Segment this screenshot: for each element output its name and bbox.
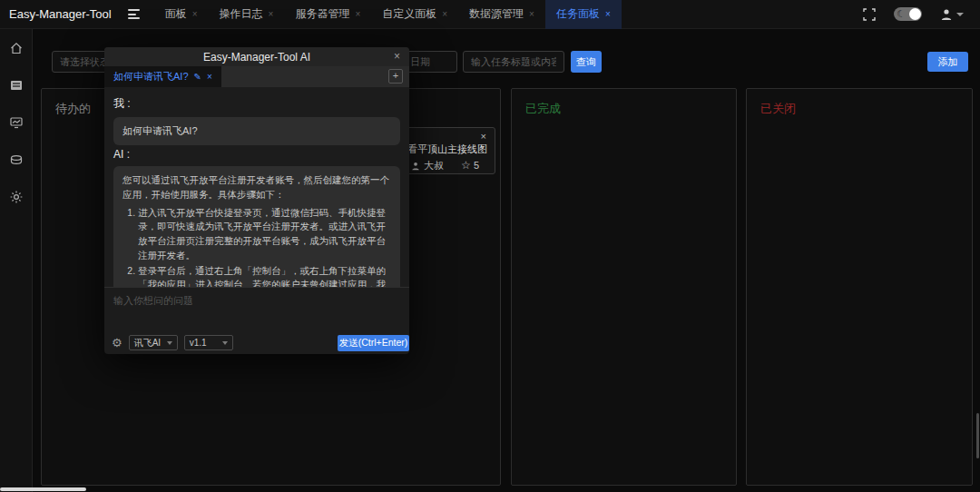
ai-message-label: AI :: [113, 148, 400, 161]
fullscreen-icon[interactable]: [863, 8, 876, 21]
ai-step: 登录平台后，通过右上角「控制台」，或右上角下拉菜单的「我的应用」进入控制台。若您…: [138, 264, 391, 288]
tab-close-icon[interactable]: ×: [192, 9, 198, 19]
tab-close-icon[interactable]: ×: [529, 9, 534, 19]
horizontal-scrollbar[interactable]: [0, 487, 86, 491]
add-task-button[interactable]: 添加: [927, 52, 968, 72]
tab-close-icon[interactable]: ×: [269, 9, 274, 19]
tab-datasource-management[interactable]: 数据源管理 ×: [458, 0, 545, 29]
user-message-bubble: 如何申请讯飞AI?: [113, 117, 400, 145]
left-sidebar: [0, 29, 33, 492]
top-bar: Easy-Manager-Tool 面板 × 操作日志 × 服务器管理 × 自定…: [0, 0, 980, 29]
chevron-down-icon: [222, 341, 228, 345]
column-closed: 已关闭: [746, 88, 973, 486]
star-icon: ☆: [461, 159, 471, 172]
home-icon[interactable]: [9, 41, 24, 55]
model-select[interactable]: 讯飞AI: [129, 335, 178, 350]
tab-operation-log[interactable]: 操作日志 ×: [209, 0, 285, 29]
chat-tab-bar: 如何申请讯飞AI? ✎ × +: [104, 66, 409, 87]
chat-footer: ⚙ 讯飞AI v1.1 发送(Ctrl+Enter): [104, 331, 409, 354]
task-search-input[interactable]: [471, 56, 556, 67]
version-select[interactable]: v1.1: [184, 335, 233, 350]
database-icon[interactable]: [9, 153, 24, 167]
user-avatar-icon: [940, 8, 953, 21]
edit-tab-icon[interactable]: ✎: [194, 72, 201, 82]
card-close-icon[interactable]: ×: [481, 131, 486, 142]
chat-history: 我 : 如何申请讯飞AI? AI : 您可以通过讯飞开放平台注册开发者账号，然后…: [104, 87, 409, 287]
chevron-down-icon: [167, 341, 172, 345]
card-star-rating[interactable]: ☆ 5: [461, 159, 479, 172]
tab-close-icon[interactable]: ×: [605, 9, 611, 19]
menu-toggle-icon[interactable]: [128, 9, 140, 19]
tab-close-icon[interactable]: ×: [355, 9, 360, 19]
moon-icon: ☾: [897, 7, 906, 21]
ai-assistant-modal: Easy-Manager-Tool AI × 如何申请讯飞AI? ✎ × + 我…: [104, 47, 409, 354]
chat-session-tab[interactable]: 如何申请讯飞AI? ✎ ×: [104, 66, 221, 87]
ai-answer-intro: 您可以通过讯飞开放平台注册开发者账号，然后创建您的第一个应用，开始使用服务。具体…: [122, 173, 391, 202]
modal-title: Easy-Manager-Tool AI: [203, 51, 310, 64]
tab-task-panel[interactable]: 任务面板 ×: [545, 0, 622, 29]
query-button[interactable]: 查询: [571, 51, 602, 73]
column-done: 已完成: [511, 88, 737, 486]
server-list-icon[interactable]: [9, 78, 24, 93]
tab-close-icon[interactable]: ×: [442, 9, 447, 19]
chat-input-area: [104, 287, 409, 331]
card-assignee: 大叔: [411, 159, 444, 172]
close-tab-icon[interactable]: ×: [207, 72, 212, 82]
column-closed-title: 已关闭: [747, 89, 972, 129]
user-menu[interactable]: [940, 8, 964, 21]
user-message-label: 我 :: [113, 96, 400, 112]
tab-panel[interactable]: 面板 ×: [154, 0, 209, 29]
tab-custom-panel[interactable]: 自定义面板 ×: [371, 0, 458, 29]
app-logo: Easy-Manager-Tool: [0, 7, 128, 21]
ai-step: 进入讯飞开放平台快捷登录页，通过微信扫码、手机快捷登录，即可快速成为讯飞开放平台…: [138, 206, 391, 263]
chat-settings-gear-icon[interactable]: ⚙: [112, 336, 122, 349]
ai-message-bubble: 您可以通过讯飞开放平台注册开发者账号，然后创建您的第一个应用，开始使用服务。具体…: [113, 166, 400, 287]
settings-gear-icon[interactable]: [9, 190, 24, 204]
send-button[interactable]: 发送(Ctrl+Enter): [338, 335, 409, 351]
topbar-actions: ☾: [863, 7, 980, 21]
column-done-title: 已完成: [512, 89, 736, 129]
new-chat-tab-button[interactable]: +: [388, 69, 403, 84]
chevron-down-icon: [956, 13, 964, 16]
vertical-scrollbar[interactable]: [976, 413, 979, 458]
monitor-chart-icon[interactable]: [9, 115, 24, 130]
tab-server-management[interactable]: 服务器管理 ×: [284, 0, 371, 29]
question-textarea[interactable]: [104, 288, 409, 331]
dark-mode-toggle[interactable]: ☾: [894, 7, 922, 21]
modal-close-icon[interactable]: ×: [394, 47, 400, 66]
ai-answer-steps: 进入讯飞开放平台快捷登录页，通过微信扫码、手机快捷登录，即可快速成为讯飞开放平台…: [122, 206, 391, 288]
person-icon: [411, 162, 420, 171]
toggle-knob: [909, 8, 921, 20]
task-search-field: [463, 51, 564, 73]
modal-header[interactable]: Easy-Manager-Tool AI ×: [104, 47, 409, 66]
top-tab-bar: 面板 × 操作日志 × 服务器管理 × 自定义面板 × 数据源管理 × 任务面板…: [154, 0, 622, 29]
